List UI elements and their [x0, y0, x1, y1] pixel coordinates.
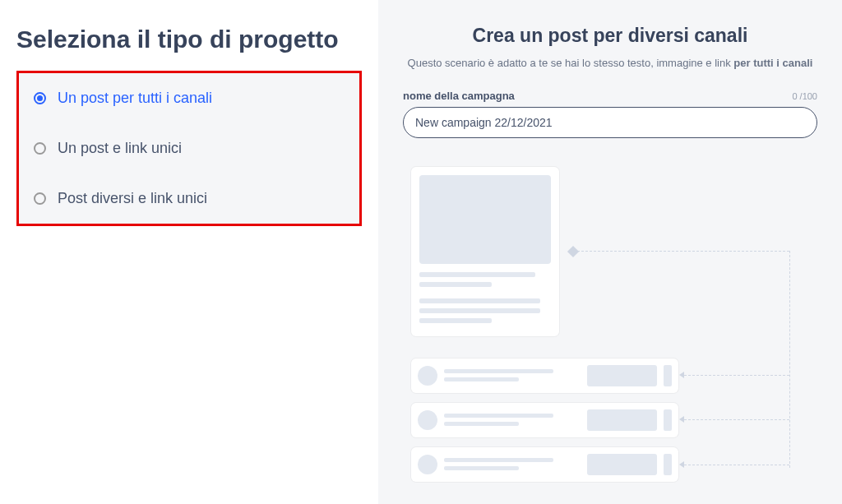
option-label: Post diversi e link unici [58, 190, 207, 207]
side-placeholder [664, 365, 672, 386]
arrow-line [684, 375, 789, 376]
arrow-left-icon [679, 461, 684, 468]
placeholder-line [419, 308, 540, 313]
channel-preview-card [411, 403, 678, 437]
connector-line [789, 251, 790, 468]
radio-icon [34, 92, 46, 104]
thumb-placeholder [587, 454, 657, 475]
subtitle-emphasis: per tutti i canali [733, 57, 812, 69]
right-subtitle: Questo scenario è adatto a te se hai lo … [403, 55, 817, 72]
option-label: Un post e link unici [58, 140, 182, 157]
radio-icon [34, 192, 46, 205]
thumb-placeholder [587, 409, 657, 431]
placeholder-line [419, 272, 535, 277]
arrow-left-icon [679, 416, 684, 423]
page-title: Seleziona il tipo di progetto [16, 25, 362, 54]
text-placeholder [444, 369, 581, 381]
post-image-placeholder [419, 175, 551, 264]
campaign-field-header: nome della campagna 0 /100 [403, 90, 817, 102]
side-placeholder [664, 409, 672, 431]
option-label: Un post per tutti i canali [58, 90, 212, 107]
text-placeholder [444, 458, 581, 470]
arrow-left-icon [679, 372, 684, 378]
placeholder-line [419, 318, 492, 323]
campaign-name-label: nome della campagna [403, 90, 515, 102]
channel-previews [411, 358, 678, 492]
right-title: Crea un post per diversi canali [403, 25, 817, 47]
channel-preview-card [411, 447, 678, 482]
placeholder-line [419, 298, 540, 303]
subtitle-text: Questo scenario è adatto a te se hai lo … [408, 57, 734, 69]
project-type-options: Un post per tutti i canali Un post e lin… [16, 71, 362, 226]
side-placeholder [664, 454, 672, 475]
post-preview-card [411, 167, 559, 336]
placeholder-line [419, 282, 492, 287]
connector-line [577, 251, 789, 252]
option-post-unique-links[interactable]: Un post e link unici [19, 123, 359, 173]
diagram-illustration [403, 167, 817, 497]
avatar-placeholder [418, 366, 437, 386]
avatar-placeholder [418, 410, 437, 430]
channel-preview-card [411, 358, 678, 393]
campaign-name-counter: 0 /100 [792, 91, 817, 101]
thumb-placeholder [587, 365, 657, 386]
avatar-placeholder [418, 455, 437, 474]
campaign-name-input[interactable] [403, 107, 817, 138]
arrow-line [684, 465, 789, 465]
right-panel: Crea un post per diversi canali Questo s… [378, 0, 842, 504]
option-different-posts-unique-links[interactable]: Post diversi e link unici [19, 173, 359, 224]
arrow-line [684, 419, 789, 420]
option-one-post-all-channels[interactable]: Un post per tutti i canali [19, 73, 359, 123]
text-placeholder [444, 414, 581, 426]
left-panel: Seleziona il tipo di progetto Un post pe… [0, 0, 378, 504]
connector-node-icon [567, 245, 579, 257]
radio-icon [34, 142, 46, 155]
